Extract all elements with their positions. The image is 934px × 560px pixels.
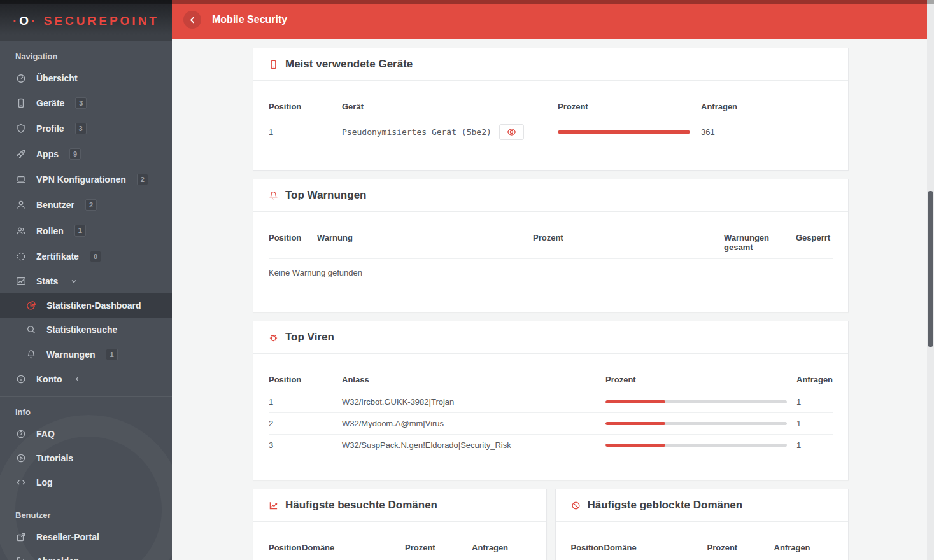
virus-name: W32/Ircbot.GUKK-3982|Trojan (342, 391, 605, 413)
chevron-left-icon (74, 375, 81, 382)
percent-bar (558, 130, 690, 134)
sidebar-item-stats[interactable]: Stats (0, 269, 172, 293)
requests-cell: 1 (796, 435, 833, 456)
shield-icon (15, 123, 27, 134)
logout-icon (15, 556, 27, 560)
sidebar-item-statistikensuche[interactable]: Statistikensuche (0, 318, 172, 342)
line-chart-icon (269, 501, 278, 510)
gauge-icon (15, 73, 27, 83)
top-shade-strip (0, 0, 934, 4)
column-header: Prozent (605, 367, 796, 391)
user-section: Benutzer Reseller-Portal Abmelden (0, 500, 172, 560)
device-name: Pseudonymisiertes Gerät (5be2) (342, 127, 492, 137)
sidebar-item-label: Tutorials (36, 453, 73, 463)
sidebar-item-log[interactable]: Log (0, 470, 172, 494)
card-header: Meist verwendete Geräte (253, 48, 848, 81)
sidebar-item-geraete[interactable]: Geräte 3 (0, 90, 172, 116)
sidebar-item-label: Stats (36, 276, 58, 286)
sidebar-item-label: Statistiken-Dashboard (46, 300, 141, 311)
card-header: Top Warnungen (253, 179, 848, 212)
sidebar-item-apps[interactable]: Apps 9 (0, 141, 172, 167)
count-badge: 1 (74, 225, 86, 236)
card-most-used-devices: Meist verwendete Geräte Position Gerät P… (253, 48, 849, 171)
sidebar-item-label: Apps (36, 149, 59, 159)
chevron-down-icon (70, 277, 78, 285)
percent-bar (605, 444, 787, 447)
empty-state-row: Keine Warnung gefunden (269, 259, 833, 288)
column-header: Domäne (302, 535, 405, 559)
sidebar-item-profile[interactable]: Profile 3 (0, 116, 172, 141)
code-icon (15, 477, 27, 487)
virus-name: W32/SuspPack.N.gen!Eldorado|Security_Ris… (342, 435, 605, 456)
smartphone-icon (269, 60, 278, 69)
bug-icon (269, 333, 278, 342)
sidebar-item-zertifikate[interactable]: Zertifikate 0 (0, 244, 172, 269)
eye-icon (507, 127, 516, 137)
sidebar-item-rollen[interactable]: Rollen 1 (0, 218, 172, 243)
empty-state-text: Keine Warnung gefunden (269, 259, 833, 288)
user-section-label: Benutzer (0, 500, 172, 525)
sidebar-item-uebersicht[interactable]: Übersicht (0, 66, 172, 90)
sidebar-item-tutorials[interactable]: Tutorials (0, 446, 172, 470)
column-header: Position (571, 535, 604, 559)
sidebar-item-faq[interactable]: FAQ (0, 422, 172, 446)
card-body: Position Anlass Prozent Anfragen 1 W32/I… (253, 354, 848, 480)
position-cell: 2 (269, 413, 342, 435)
logo-dot-left: · (13, 14, 19, 27)
info-section-label: Info (0, 397, 172, 422)
column-header: Position (269, 367, 342, 391)
card-header: Top Viren (253, 321, 848, 354)
sidebar-item-label: Konto (36, 374, 62, 384)
column-header: Warnungen gesamt (724, 225, 796, 259)
logo-wordmark: SECUREPOINT (44, 14, 159, 27)
count-badge: 3 (75, 123, 87, 134)
securepoint-logo[interactable]: ·O· SECUREPOINT (13, 14, 159, 28)
column-header: Anfragen (796, 367, 833, 391)
column-header: Position (269, 94, 342, 118)
sidebar-item-vpn-konfigurationen[interactable]: VPN Konfigurationen 2 (0, 167, 172, 192)
search-icon (25, 325, 37, 335)
ban-icon (571, 501, 581, 510)
back-button[interactable] (183, 11, 201, 29)
card-header: Häufigste geblockte Domänen (556, 489, 849, 522)
vertical-scrollbar-thumb[interactable] (928, 191, 933, 347)
sidebar-item-konto[interactable]: Konto (0, 367, 172, 391)
sidebar-item-reseller-portal[interactable]: Reseller-Portal (0, 525, 172, 549)
column-header: Anfragen (701, 94, 833, 118)
position-cell: 1 (269, 118, 342, 146)
column-header: Domäne (604, 535, 707, 559)
sidebar-item-warnungen[interactable]: Warnungen 1 (0, 342, 172, 367)
nav-section: Navigation Übersicht Geräte 3 Profile (0, 41, 172, 391)
vertical-scrollbar-track[interactable] (927, 4, 934, 560)
view-device-button[interactable] (499, 124, 524, 140)
viruses-table: Position Anlass Prozent Anfragen 1 W32/I… (269, 367, 833, 456)
users-icon (15, 226, 27, 236)
position-cell: 1 (269, 391, 342, 413)
percent-bar-fill (605, 444, 665, 447)
logo-dot-right: · (31, 14, 38, 27)
table-row: 2 W32/Mydoom.A@mm|Virus 1 (269, 413, 833, 435)
sidebar-item-benutzer[interactable]: Benutzer 2 (0, 192, 172, 218)
percent-bar-fill (558, 130, 690, 134)
question-circle-icon (15, 429, 27, 439)
sidebar-item-label: Reseller-Portal (36, 532, 99, 542)
card-title: Meist verwendete Geräte (285, 58, 413, 71)
page-title: Mobile Security (212, 14, 287, 25)
sidebar-item-statistiken-dashboard[interactable]: Statistiken-Dashboard (0, 293, 172, 318)
percent-bar-fill (605, 400, 665, 403)
sidebar-item-label: Rollen (36, 226, 64, 236)
column-header: Anfragen (774, 535, 833, 559)
chart-icon (15, 276, 27, 286)
card-title: Top Viren (285, 331, 334, 344)
requests-cell: 361 (701, 118, 833, 146)
sidebar-item-label: Zertifikate (36, 251, 79, 262)
percent-bar-fill (605, 422, 665, 425)
play-circle-icon (15, 453, 27, 463)
sidebar-item-abmelden[interactable]: Abmelden (0, 549, 172, 560)
visited-domains-table: Position Domäne Prozent Anfragen 1 (269, 535, 531, 560)
count-badge: 1 (106, 349, 117, 360)
smartphone-icon (15, 98, 27, 108)
card-body: Position Domäne Prozent Anfragen 1 (556, 522, 849, 560)
pie-chart-icon (25, 300, 37, 311)
column-header: Warnung (317, 225, 533, 259)
